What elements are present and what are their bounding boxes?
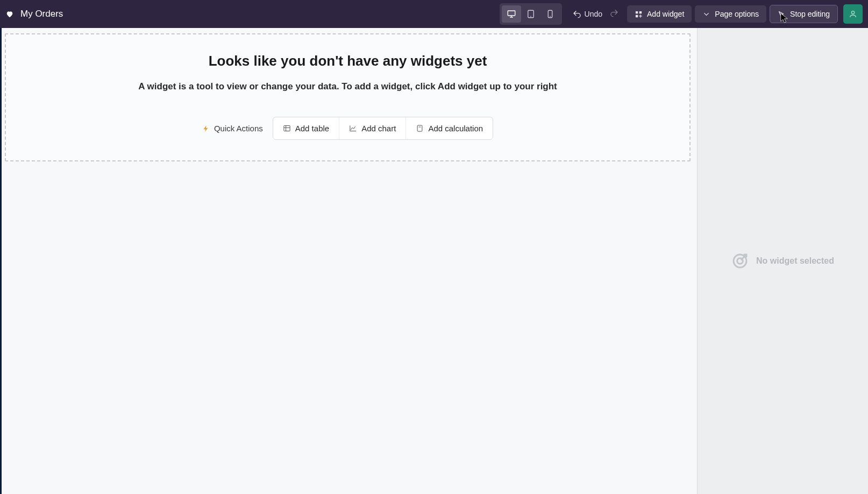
add-calculation-button[interactable]: Add calculation xyxy=(406,117,493,139)
quick-actions-label: Quick Actions xyxy=(214,124,263,133)
undo-label: Undo xyxy=(585,10,602,18)
svg-rect-0 xyxy=(508,11,515,16)
chart-icon xyxy=(349,124,357,132)
svg-rect-8 xyxy=(639,11,642,13)
device-tablet-button[interactable] xyxy=(521,5,540,23)
stop-editing-button[interactable]: Stop editing xyxy=(770,5,838,23)
device-mobile-button[interactable] xyxy=(540,5,560,23)
quick-actions-row: Quick Actions Add table Add chart Add ca… xyxy=(17,117,679,140)
undo-icon xyxy=(573,10,581,18)
no-widget-selected: No widget selected xyxy=(731,252,834,270)
add-calculation-label: Add calculation xyxy=(428,124,483,133)
svg-rect-9 xyxy=(636,15,638,17)
add-table-button[interactable]: Add table xyxy=(273,117,339,139)
topbar-right: Undo Add widget Page options Stop editin… xyxy=(500,3,863,25)
main-area: Looks like you don't have any widgets ye… xyxy=(0,28,868,494)
side-panel: No widget selected xyxy=(697,28,868,494)
user-menu-button[interactable] xyxy=(843,4,863,24)
add-chart-label: Add chart xyxy=(361,124,396,133)
topbar-left: My Orders xyxy=(5,9,63,19)
cursor-click-icon xyxy=(778,10,786,18)
add-widget-label: Add widget xyxy=(647,10,684,18)
quick-action-buttons: Add table Add chart Add calculation xyxy=(273,117,493,140)
empty-state-subtitle: A widget is a tool to view or change you… xyxy=(17,81,679,92)
heart-icon xyxy=(5,10,14,18)
empty-state-title: Looks like you don't have any widgets ye… xyxy=(17,53,679,69)
redo-button[interactable] xyxy=(608,5,621,23)
top-bar: My Orders Undo Add widget xyxy=(0,0,868,28)
calculation-icon xyxy=(416,124,424,132)
no-widget-text: No widget selected xyxy=(756,256,834,266)
empty-state: Looks like you don't have any widgets ye… xyxy=(5,33,691,161)
quick-actions-label-group: Quick Actions xyxy=(202,124,263,133)
svg-point-10 xyxy=(851,11,854,14)
canvas: Looks like you don't have any widgets ye… xyxy=(0,28,697,494)
table-icon xyxy=(283,124,291,132)
user-icon xyxy=(849,10,857,18)
page-title: My Orders xyxy=(20,9,63,19)
redo-icon xyxy=(610,9,618,17)
page-options-button[interactable]: Page options xyxy=(695,5,766,23)
mobile-icon xyxy=(545,9,555,19)
svg-rect-14 xyxy=(418,125,423,131)
undo-redo-group: Undo xyxy=(565,5,624,23)
lightning-icon xyxy=(202,125,210,132)
chevron-down-icon xyxy=(702,10,710,18)
svg-rect-11 xyxy=(284,126,290,131)
undo-button[interactable]: Undo xyxy=(568,6,607,22)
add-table-label: Add table xyxy=(295,124,329,133)
add-widget-button[interactable]: Add widget xyxy=(627,5,692,23)
device-switcher xyxy=(500,3,562,25)
widget-grid-icon xyxy=(635,10,643,18)
target-icon xyxy=(731,252,749,270)
stop-editing-label: Stop editing xyxy=(790,10,830,18)
add-chart-button[interactable]: Add chart xyxy=(339,117,406,139)
device-desktop-button[interactable] xyxy=(502,5,521,23)
page-options-label: Page options xyxy=(715,10,759,18)
desktop-icon xyxy=(507,9,516,19)
tablet-icon xyxy=(526,9,536,19)
svg-rect-7 xyxy=(636,11,638,13)
